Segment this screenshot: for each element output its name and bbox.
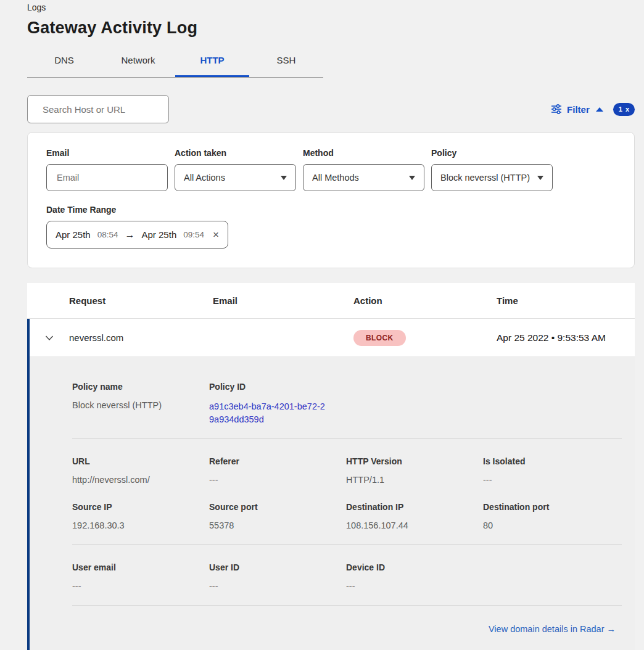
tab-ssh[interactable]: SSH — [249, 49, 323, 77]
toolbar: Filter 1 x — [27, 95, 635, 123]
device-id-value: --- — [346, 581, 483, 591]
column-header-email: Email — [213, 295, 353, 306]
policy-id-link[interactable]: a91c3eb4-ba7a-4201-be72-29a934dd359d — [209, 400, 329, 426]
date-range-picker[interactable]: Apr 25th 08:54 → Apr 25th 09:54 × — [46, 221, 228, 249]
filter-clear-x-icon[interactable]: x — [625, 105, 629, 113]
collapse-caret-icon — [596, 107, 603, 112]
section-divider — [72, 605, 622, 606]
is-isolated-value: --- — [483, 475, 622, 485]
tab-dns[interactable]: DNS — [27, 49, 101, 77]
action-cell: BLOCK — [353, 330, 497, 346]
http-version-label: HTTP Version — [346, 456, 483, 466]
policy-name-value: Block neverssl (HTTP) — [72, 400, 209, 410]
column-header-time: Time — [497, 295, 635, 306]
filter-count: 1 — [619, 105, 622, 113]
log-type-tabs: DNS Network HTTP SSH — [27, 49, 323, 78]
destination-port-value: 80 — [483, 520, 622, 530]
tab-network[interactable]: Network — [101, 49, 175, 77]
device-id-label: Device ID — [346, 562, 483, 572]
search-box[interactable] — [27, 95, 169, 123]
policy-label: Policy — [431, 148, 553, 158]
policy-id-label: Policy ID — [209, 382, 346, 392]
method-label: Method — [303, 148, 424, 158]
destination-ip-label: Destination IP — [346, 502, 483, 512]
policy-select[interactable]: Block neverssl (HTTP) — [431, 164, 553, 191]
start-date[interactable]: Apr 25th — [56, 229, 91, 240]
time-cell: Apr 25 2022 • 9:53:53 AM — [497, 332, 635, 344]
url-label: URL — [72, 456, 209, 466]
radar-arrow-icon: → — [607, 624, 616, 634]
is-isolated-label: Is Isolated — [483, 456, 622, 466]
url-value: http://neverssl.com/ — [72, 475, 209, 485]
section-divider — [72, 438, 622, 439]
filter-label: Filter — [567, 104, 590, 115]
destination-ip-value: 108.156.107.44 — [346, 520, 483, 530]
source-ip-value: 192.168.30.3 — [72, 520, 209, 530]
filter-field-method: Method All Methods — [303, 148, 424, 191]
user-email-value: --- — [72, 581, 209, 591]
row-chevron-down-icon[interactable] — [45, 334, 54, 342]
radar-link-row: View domain details in Radar → — [72, 623, 622, 635]
email-input[interactable] — [56, 172, 159, 183]
page-title: Gateway Activity Log — [27, 19, 635, 38]
filter-panel: Email Action taken All Actions Method Al… — [27, 132, 635, 268]
source-port-label: Source port — [209, 502, 346, 512]
user-id-label: User ID — [209, 562, 346, 572]
chevron-down-icon — [537, 176, 543, 180]
request-cell: neverssl.com — [69, 332, 213, 343]
view-in-radar-link[interactable]: View domain details in Radar → — [489, 624, 616, 634]
filter-field-action-taken: Action taken All Actions — [175, 148, 296, 191]
filter-count-badge[interactable]: 1 x — [613, 103, 635, 116]
clear-range-icon[interactable]: × — [213, 229, 219, 241]
column-header-action: Action — [353, 295, 497, 306]
activity-log-table: Request Email Action Time neverssl.com B… — [27, 283, 635, 650]
http-section: URL http://neverssl.com/ Referer --- HTT… — [72, 456, 622, 485]
filter-field-email: Email — [46, 148, 168, 191]
filter-field-policy: Policy Block neverssl (HTTP) — [431, 148, 553, 191]
referer-value: --- — [209, 475, 346, 485]
radar-link-text: View domain details in Radar — [489, 624, 605, 634]
method-value: All Methods — [312, 173, 359, 183]
date-time-range-label: Date Time Range — [46, 205, 616, 215]
action-taken-value: All Actions — [184, 173, 225, 183]
action-taken-select[interactable]: All Actions — [175, 164, 296, 191]
row-detail-panel: Policy name Block neverssl (HTTP) Policy… — [30, 357, 635, 650]
user-id-value: --- — [209, 581, 346, 591]
method-select[interactable]: All Methods — [303, 164, 424, 191]
chevron-down-icon — [409, 176, 415, 180]
destination-port-label: Destination port — [483, 502, 622, 512]
column-header-request: Request — [69, 295, 213, 306]
table-row[interactable]: neverssl.com BLOCK Apr 25 2022 • 9:53:53… — [30, 319, 635, 357]
section-divider — [72, 544, 622, 545]
end-date[interactable]: Apr 25th — [142, 229, 177, 240]
search-input[interactable] — [41, 104, 167, 115]
range-arrow-icon: → — [125, 229, 135, 241]
user-section: User email --- User ID --- Device ID --- — [72, 562, 622, 591]
policy-section: Policy name Block neverssl (HTTP) Policy… — [72, 382, 622, 426]
action-taken-label: Action taken — [175, 148, 296, 158]
filter-sliders-icon — [551, 104, 562, 115]
chevron-down-icon — [281, 176, 287, 180]
breadcrumb[interactable]: Logs — [27, 2, 635, 12]
block-status-badge: BLOCK — [353, 330, 406, 346]
end-time[interactable]: 09:54 — [183, 230, 204, 239]
filter-toggle[interactable]: Filter 1 x — [551, 103, 635, 116]
http-version-value: HTTP/1.1 — [346, 475, 483, 485]
user-email-label: User email — [72, 562, 209, 572]
start-time[interactable]: 08:54 — [97, 230, 118, 239]
table-header: Request Email Action Time — [27, 283, 635, 319]
source-port-value: 55378 — [209, 520, 346, 530]
gateway-activity-page: Logs Gateway Activity Log DNS Network HT… — [0, 0, 644, 650]
tab-http[interactable]: HTTP — [175, 49, 249, 77]
expanded-row-container: neverssl.com BLOCK Apr 25 2022 • 9:53:53… — [27, 319, 635, 650]
source-ip-label: Source IP — [72, 502, 209, 512]
referer-label: Referer — [209, 456, 346, 466]
policy-name-label: Policy name — [72, 382, 209, 392]
network-section: Source IP 192.168.30.3 Source port 55378… — [72, 502, 622, 530]
policy-value: Block neverssl (HTTP) — [440, 173, 530, 183]
email-label: Email — [46, 148, 168, 158]
